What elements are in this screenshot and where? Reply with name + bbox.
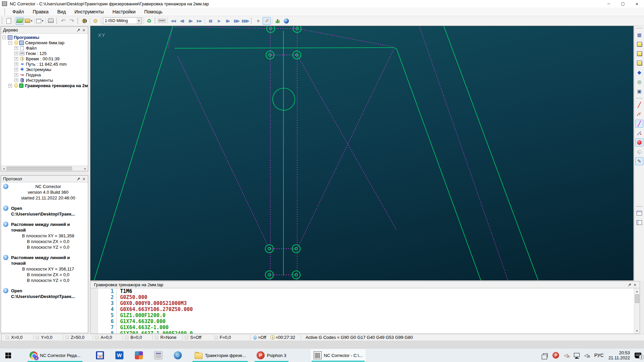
pause-button[interactable]: ▮▮	[206, 17, 214, 25]
play-speed2-button[interactable]: ▮▮▶	[232, 17, 240, 25]
menu-view[interactable]: Вид	[53, 8, 70, 15]
taskbar-nc-editor[interactable]: NC Corrector Реда...	[26, 349, 84, 362]
maximize-button[interactable]: ▢	[616, 0, 630, 7]
checkbox-icon[interactable]	[36, 336, 39, 339]
taskbar-nc-corrector-active[interactable]: NC Corrector - C:\...	[310, 349, 367, 362]
view-iso-button[interactable]: ◆	[635, 68, 643, 76]
checkbox-icon[interactable]	[95, 336, 99, 339]
open-file-button[interactable]	[16, 17, 24, 25]
save-button[interactable]: ▾	[24, 17, 33, 25]
expand-icon[interactable]: +	[14, 62, 18, 66]
tool-settings-button[interactable]: ⚙	[92, 17, 100, 25]
close-icon[interactable]: ×	[81, 27, 87, 33]
redo-button[interactable]: ↷	[68, 17, 76, 25]
view-front-button[interactable]	[635, 50, 643, 58]
tree-node-path[interactable]: + ●● Путь : 11 842,45 mm	[1, 61, 88, 67]
measure-distance-button[interactable]: ╱	[635, 120, 643, 128]
play-button[interactable]: ▶	[215, 17, 223, 25]
menu-settings[interactable]: Настройки	[108, 8, 140, 15]
lightbulb-icon[interactable]	[14, 41, 18, 45]
view-top-button[interactable]	[635, 40, 643, 48]
taskbar-word[interactable]: W	[112, 349, 127, 362]
statistics-button[interactable]	[274, 17, 282, 25]
tree-node-feed[interactable]: + ↝ Подача	[1, 72, 88, 77]
paint-button[interactable]: ✎	[635, 157, 643, 165]
tree-node-program2[interactable]: + ✓ Гравировка тренажора на 2м	[1, 83, 88, 88]
tray-expand-icon[interactable]	[543, 353, 548, 357]
tile-windows-button[interactable]: ▦	[635, 31, 643, 39]
scroll-right-icon[interactable]: ▸	[83, 166, 88, 171]
layout-top-button[interactable]	[635, 209, 643, 217]
checkbox-icon[interactable]	[155, 336, 158, 339]
reload-button[interactable]: ♻	[145, 17, 153, 25]
start-button[interactable]	[0, 349, 16, 362]
expand-icon[interactable]: +	[14, 52, 18, 55]
scroll-left-icon[interactable]: ◂	[1, 166, 6, 171]
layout-left-button[interactable]	[635, 219, 643, 227]
pin-icon[interactable]	[76, 27, 81, 33]
close-icon[interactable]: ×	[81, 176, 87, 182]
code-line[interactable]: 1T1M6	[98, 288, 634, 294]
dropdown-arrow-icon[interactable]: ▾	[42, 19, 44, 22]
optimize-button[interactable]	[80, 17, 89, 25]
expand-icon[interactable]: +	[14, 46, 18, 50]
tree-node-tools[interactable]: + Инструменты	[1, 77, 88, 83]
code-line[interactable]: 2G0Z50.000	[98, 294, 634, 300]
minimize-button[interactable]: ─	[602, 0, 616, 7]
dropdown-arrow-icon[interactable]: ▾	[31, 19, 33, 22]
code-line[interactable]: 8G1X704.663Z-1.000F2400.0	[98, 330, 634, 334]
lightbulb-icon[interactable]	[14, 83, 18, 87]
line-point-button[interactable]	[635, 129, 643, 137]
collapse-icon[interactable]: −	[2, 36, 6, 39]
expand-icon[interactable]: +	[14, 68, 18, 71]
code-lines[interactable]: 1T1M6 2G0Z50.000 3G0X0.000Y0.000S21000M3…	[98, 288, 634, 334]
skip-to-start-button[interactable]: ◀◀	[169, 17, 177, 25]
step-back-button[interactable]: ◀▮	[178, 17, 186, 25]
measure-arc-button[interactable]	[635, 110, 643, 118]
pin-icon[interactable]	[76, 176, 81, 182]
checkbox-icon[interactable]	[214, 336, 218, 339]
taskbar-vmware[interactable]	[170, 349, 185, 362]
tree-node-geometry[interactable]: + 123 Геом : 125	[1, 51, 88, 56]
scroll-up-icon[interactable]: ▴	[634, 289, 640, 294]
volume-icon[interactable]: ◁)))	[584, 353, 590, 358]
tree-node-file[interactable]: + Файл	[1, 45, 88, 51]
scroll-down-icon[interactable]: ▾	[634, 328, 640, 333]
close-icon[interactable]: ×	[632, 282, 638, 288]
code-editor[interactable]: 1T1M6 2G0Z50.000 3G0X0.000Y0.000S21000M3…	[90, 288, 640, 334]
tree-node-programs[interactable]: − Программы	[1, 35, 88, 40]
code-vertical-scrollbar[interactable]: ▴ ▾	[634, 288, 640, 334]
taskbar-color-app[interactable]	[131, 349, 146, 362]
psiphon-tray-icon[interactable]: P	[552, 352, 559, 359]
checkbox-icon[interactable]	[185, 336, 188, 339]
code-line[interactable]: 3G0X0.000Y0.000S21000M3	[98, 300, 634, 306]
taskbar-folder[interactable]: Траектории фрезе...	[191, 349, 249, 362]
notification-center-icon[interactable]: 1	[635, 353, 641, 358]
checkbox-icon[interactable]	[125, 336, 128, 339]
undo-button[interactable]: ↶	[59, 17, 67, 25]
pin-icon[interactable]	[627, 282, 632, 288]
tray-clock[interactable]: 20:53 21.11.2022	[608, 350, 630, 360]
view-side-button[interactable]	[635, 59, 643, 67]
play-speed1-button[interactable]: ▮▶	[224, 17, 232, 25]
select-cursor-button[interactable]: ➤	[254, 17, 262, 25]
menu-tools[interactable]: Инструменты	[70, 8, 108, 15]
checkbox-icon[interactable]	[65, 336, 69, 339]
tree-node-time[interactable]: + Время : 00:01:39	[1, 56, 88, 61]
expand-icon[interactable]: +	[14, 57, 18, 61]
language-indicator[interactable]: РУС	[594, 353, 604, 358]
3d-view-button[interactable]	[282, 17, 290, 25]
play-speed3-button[interactable]: ▮▮▮▶	[241, 17, 250, 25]
expand-icon[interactable]: +	[8, 84, 12, 87]
collapse-icon[interactable]: −	[8, 41, 12, 45]
taskbar-psiphon[interactable]: P Psiphon 3	[253, 349, 290, 362]
expand-icon[interactable]: +	[14, 78, 18, 82]
measure-button[interactable]: ✎	[263, 17, 271, 25]
skip-to-end-button[interactable]: ▶▶	[195, 17, 203, 25]
step-forward-button[interactable]: ▮▶	[186, 17, 195, 25]
network-display-icon[interactable]	[574, 353, 580, 357]
chevron-down-icon[interactable]: ▾	[137, 18, 142, 24]
print-button[interactable]	[47, 17, 55, 25]
menu-file[interactable]: Файл	[8, 8, 28, 15]
scrollbar-thumb[interactable]	[635, 294, 639, 303]
